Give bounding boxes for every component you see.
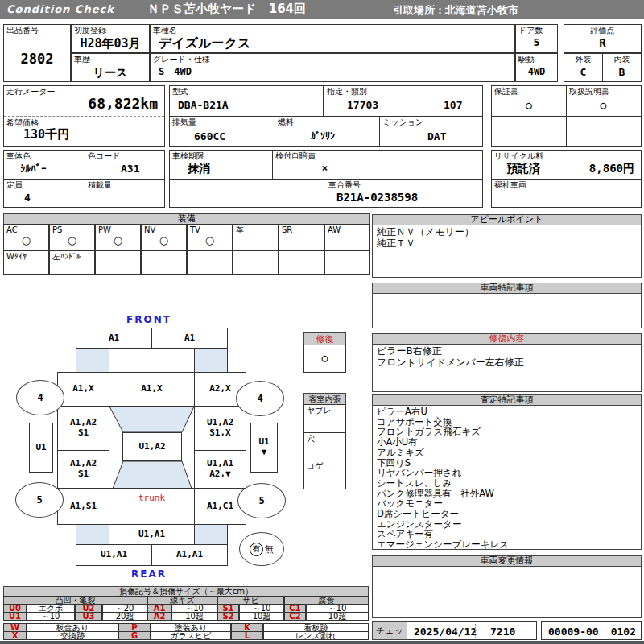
equipment-label: PW	[98, 225, 111, 234]
history-value: リース	[72, 66, 149, 80]
legend-code: S2	[217, 612, 239, 621]
change-info-title: 車両変更情報	[372, 555, 642, 567]
equipment-mark: ○	[159, 235, 168, 246]
displacement-value: 660CC	[194, 130, 225, 142]
doc-number: 00009-00	[548, 625, 599, 638]
odometer-divider	[4, 116, 164, 117]
legend-desc: 交換跡	[27, 631, 118, 640]
interior-label: 内装	[603, 55, 641, 64]
chassis-value: B21A-0238598	[336, 191, 418, 204]
panel-quarter-left: A1,S1	[57, 488, 109, 525]
appeal-line: 純正ＴＶ	[377, 237, 637, 249]
drive-box: 駆動 4WD	[515, 53, 558, 82]
panel-rocker-left: U1	[29, 423, 53, 473]
type-value-2: 107	[444, 99, 462, 111]
interior-row-tear: ヤブレ	[303, 404, 346, 433]
equipment-cell-pw: PW ○	[95, 224, 141, 250]
header-bar: Condition Check ＮＰＳ苫小牧ヤード 164回 引取場所：北海道苫…	[0, 0, 644, 19]
insurance-dashed-divider	[378, 151, 378, 179]
spare-tire-indicator: 有 無	[239, 532, 284, 566]
price-label: 希望価格	[6, 118, 39, 127]
pillar-shade-left	[76, 348, 109, 373]
spare-present-mark: 有	[250, 543, 263, 556]
equipment-label: TV	[190, 225, 200, 234]
equipment-cell-nv: NV ○	[141, 224, 187, 250]
interior-row-label: コゲ	[307, 461, 323, 470]
doors-label: ドア数	[518, 26, 543, 35]
appeal-body: 純正ＮＶ（メモリー） 純正ＴＶ	[372, 225, 642, 278]
inspection-box: 車検期限 抹消 検付自賠責 × 車台番号 B21A-0238598	[169, 150, 483, 208]
color-box: 車体色 ｼﾙﾊﾞｰ 色コード A31 定員 4 積載量	[3, 150, 165, 208]
cpillar-shade-right	[194, 524, 228, 545]
repair-mini-box: 修復 ○	[303, 332, 346, 373]
panel-door-rear-right: U1,A1 A2,▼	[194, 450, 246, 489]
panel-rear-bumper-right: A1,A1	[151, 544, 228, 566]
cpillar-shade-left	[76, 524, 109, 545]
legend-desc: 10超	[239, 612, 284, 621]
lot-number-box: 出品番号 2802	[3, 24, 71, 82]
first-reg-label: 初度登録	[74, 26, 106, 35]
engine-row-divider	[170, 116, 482, 117]
change-info-body	[372, 566, 642, 618]
appeal-line: 純正ＮＶ（メモリー）	[377, 226, 637, 237]
first-reg-value: H28年03月	[72, 36, 149, 52]
repair-mini-mark: ○	[304, 352, 345, 364]
model-code-divider	[323, 86, 324, 116]
assessment-body: ピラーA右U コアサポート交換 フロントガラス飛石キズ 小A小U有 アルミキズ …	[372, 405, 642, 550]
capacity-label: 定員	[6, 180, 23, 189]
interior-value: B	[603, 66, 641, 78]
first-reg-box: 初度登録 H28年03月	[71, 24, 150, 53]
legend-desc: 10超	[171, 612, 217, 621]
equipment-extra-label: 左ﾊﾝﾄﾞﾙ	[52, 252, 80, 261]
legend-code: X	[3, 631, 27, 640]
recycle-status: 預託済	[506, 162, 540, 176]
legend-code: G	[118, 631, 151, 640]
welfare-label: 福祉車両	[494, 180, 526, 189]
front-label: FRONT	[105, 314, 193, 325]
fuel-label: 燃料	[278, 118, 294, 126]
legend-row-2: U1 ～10 U3 20超 A2 10超 S2 10超 C2 10超	[3, 612, 369, 621]
panel-front-bumper-left: A1	[76, 328, 152, 349]
assessment-line: アルミキズ	[377, 448, 637, 458]
assessment-line: 小A小U有	[377, 437, 637, 448]
equipment-mark: ○	[68, 235, 76, 246]
model-code-value: DBA-B21A	[178, 99, 229, 111]
displacement-label: 排気量	[172, 118, 196, 126]
grade-box: グレード・仕様 S 4WD	[150, 53, 515, 82]
equipment-extra-empty	[233, 250, 279, 275]
equipment-extra-empty	[95, 250, 141, 275]
equipment-table: AC ○ PS ○ PW ○ NV ○ TV ○ 革 SR AW	[3, 224, 370, 275]
exterior-box: 外装 C	[564, 53, 603, 82]
model-name-value: デイズルークス	[159, 35, 250, 52]
rear-window-shape	[109, 460, 195, 489]
repair-content-title: 修復内容	[372, 333, 642, 345]
check-box: 2025/04/12 7210	[407, 621, 537, 640]
manual-value: ○	[566, 99, 641, 111]
equipment-extra-label: Wﾀｲﾔ	[6, 252, 27, 261]
model-name-label: 車種名	[153, 26, 177, 35]
body-color-value: ｼﾙﾊﾞｰ	[20, 163, 47, 175]
model-code-label: 型式	[172, 87, 188, 96]
equipment-label: PS	[52, 225, 62, 234]
type-value-1: 17703	[347, 99, 378, 111]
inspection-row-divider	[170, 179, 482, 180]
fuel-divider-right	[379, 116, 380, 147]
assessment-line: エマージェンシーブレーキレス	[377, 539, 637, 550]
price-value: 130千円	[23, 127, 69, 142]
repair-line: ピラーB右修正	[377, 345, 637, 357]
score-label: 評価点	[564, 26, 641, 35]
bottom-divider-bar	[0, 641, 644, 644]
equipment-extra-empty	[187, 250, 233, 275]
equipment-cell-aw: AW	[324, 224, 370, 250]
legend-desc: 20超	[102, 612, 147, 621]
check-label: チェック	[372, 621, 407, 640]
type-label: 指定・類別	[327, 87, 367, 96]
inspection-value: 抹消	[188, 162, 210, 176]
legend-code: U3	[75, 612, 102, 621]
score-value: R	[564, 36, 641, 49]
panel-door-front-left: A1,A2 S1	[57, 406, 109, 451]
panel-rear-bumper-left: U1,A1	[76, 544, 152, 566]
legend-code: L	[231, 631, 263, 640]
odometer-value: 68,822km	[4, 95, 158, 112]
legend-code: A2	[147, 612, 171, 621]
